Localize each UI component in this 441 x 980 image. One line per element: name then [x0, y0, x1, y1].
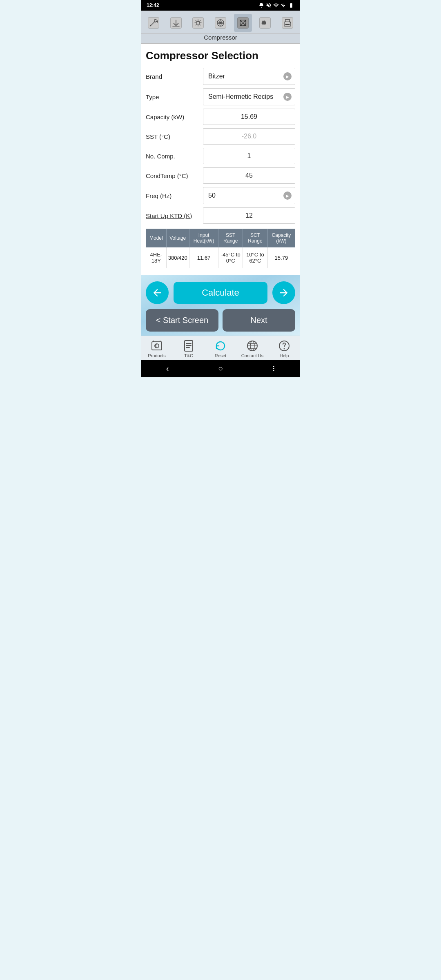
freq-row: Freq (Hz) 50	[146, 187, 295, 204]
sst-input[interactable]: -26.0	[203, 128, 295, 145]
cell-input-heat: 11.67	[189, 247, 218, 268]
nav-products[interactable]: € Products	[145, 339, 169, 358]
table-header-sst-range: SST Range	[218, 229, 243, 247]
table-header-voltage: Voltage	[166, 229, 189, 247]
back-button[interactable]	[146, 281, 169, 304]
brand-row: Brand Bitzer	[146, 68, 295, 85]
table-header-model: Model	[146, 229, 167, 247]
freq-input[interactable]: 50	[203, 187, 295, 204]
brand-arrow-icon[interactable]	[283, 72, 292, 80]
startup-ktd-label: Start Up KTD (K)	[146, 212, 203, 219]
toolbar-droplet-icon[interactable]	[256, 14, 274, 32]
cell-capacity: 15.79	[267, 247, 295, 268]
brand-label: Brand	[146, 73, 203, 80]
capacity-input[interactable]: 15.69	[203, 109, 295, 125]
freq-arrow-icon[interactable]	[283, 192, 292, 200]
toolbar-fan-icon[interactable]	[212, 14, 229, 32]
svg-point-20	[284, 348, 285, 350]
svg-point-12	[290, 22, 291, 24]
no-comp-label: No. Comp.	[146, 153, 203, 160]
calculate-button[interactable]: Calculate	[174, 282, 267, 304]
action-area: Calculate < Start Screen Next	[141, 275, 300, 336]
nav-reset[interactable]: Reset	[208, 339, 233, 358]
nav-contact-label: Contact Us	[241, 353, 263, 358]
nav-reset-label: Reset	[215, 353, 227, 358]
table-header-capacity: Capacity (kW)	[267, 229, 295, 247]
svg-text:€: €	[155, 344, 157, 348]
freq-label: Freq (Hz)	[146, 192, 203, 199]
nav-contact[interactable]: Contact Us	[240, 339, 265, 358]
android-recent-button[interactable]: ⫶	[265, 364, 282, 373]
page-title: Compressor Selection	[146, 49, 295, 62]
svg-rect-7	[237, 18, 248, 29]
cell-sst-range: -45°C to 0°C	[218, 247, 243, 268]
startup-ktd-row: Start Up KTD (K) 12	[146, 207, 295, 224]
brand-input[interactable]: Bitzer	[203, 68, 295, 85]
cond-temp-label: CondTemp (°C)	[146, 172, 203, 179]
toolbar-compress-icon[interactable]	[234, 14, 252, 32]
svg-rect-2	[193, 18, 204, 29]
svg-rect-11	[285, 24, 290, 25]
cond-temp-input[interactable]: 45	[203, 167, 295, 184]
nav-products-label: Products	[148, 353, 165, 358]
toolbar	[141, 11, 300, 34]
cell-voltage: 380/420	[166, 247, 189, 268]
bottom-nav: € Products T&C Reset Contact Us	[141, 336, 300, 360]
type-label: Type	[146, 94, 203, 100]
capacity-label: Capacity (kW)	[146, 114, 203, 120]
svg-rect-9	[282, 18, 293, 29]
svg-point-6	[220, 22, 221, 24]
android-back-button[interactable]: ‹	[159, 364, 176, 373]
forward-button[interactable]	[272, 281, 295, 304]
cond-temp-row: CondTemp (°C) 45	[146, 167, 295, 184]
sst-row: SST (°C) -26.0	[146, 128, 295, 145]
android-home-button[interactable]: ○	[212, 364, 229, 373]
start-screen-button[interactable]: < Start Screen	[146, 309, 218, 332]
no-comp-row: No. Comp. 1	[146, 148, 295, 164]
no-comp-input[interactable]: 1	[203, 148, 295, 164]
cell-sct-range: 10°C to 62°C	[243, 247, 268, 268]
sst-label: SST (°C)	[146, 133, 203, 140]
next-button[interactable]: Next	[223, 309, 295, 332]
android-nav: ‹ ○ ⫶	[141, 360, 300, 377]
nav-tc[interactable]: T&C	[176, 339, 201, 358]
toolbar-tool-icon[interactable]	[145, 14, 163, 32]
type-arrow-icon[interactable]	[283, 93, 292, 101]
toolbar-settings-icon[interactable]	[189, 14, 207, 32]
result-table: Model Voltage Input Heat(kW) SST Range S…	[146, 229, 295, 268]
cell-model: 4HE-18Y	[146, 247, 167, 268]
main-content: Compressor Selection Brand Bitzer Type S…	[141, 44, 300, 275]
toolbar-title: Compressor	[141, 34, 300, 44]
time: 12:42	[147, 2, 159, 8]
type-row: Type Semi-Hermetic Recips	[146, 88, 295, 105]
calculate-row: Calculate	[146, 281, 295, 304]
table-row[interactable]: 4HE-18Y 380/420 11.67 -45°C to 0°C 10°C …	[146, 247, 295, 268]
nav-help-label: Help	[280, 353, 289, 358]
nav-row: < Start Screen Next	[146, 309, 295, 332]
startup-ktd-input[interactable]: 12	[203, 207, 295, 224]
toolbar-print-icon[interactable]	[278, 14, 296, 32]
table-header-input-heat: Input Heat(kW)	[189, 229, 218, 247]
toolbar-download-icon[interactable]	[167, 14, 185, 32]
type-input[interactable]: Semi-Hermetic Recips	[203, 88, 295, 105]
status-icons	[258, 2, 294, 8]
nav-help[interactable]: Help	[272, 339, 296, 358]
capacity-row: Capacity (kW) 15.69	[146, 109, 295, 125]
status-bar: 12:42	[141, 0, 300, 11]
table-header-sct-range: SCT Range	[243, 229, 268, 247]
nav-tc-label: T&C	[184, 353, 193, 358]
